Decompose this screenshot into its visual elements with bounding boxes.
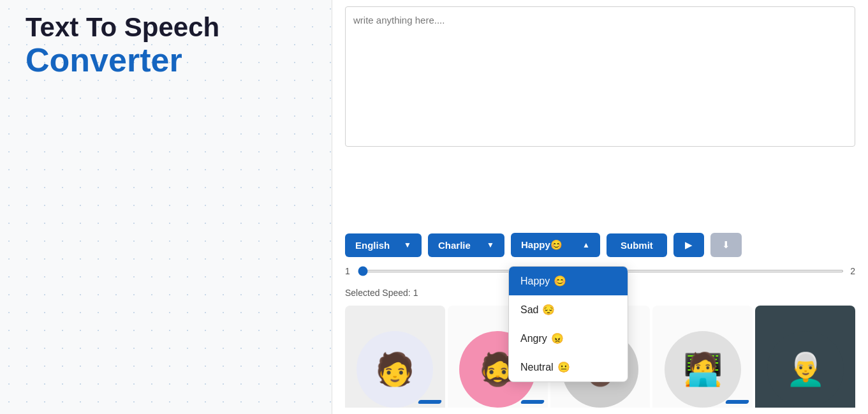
avatar-circle-4: 🧑‍💻 xyxy=(665,331,741,408)
avatar-circle-1: 🧑 xyxy=(357,331,433,408)
sad-emoji: 😔 xyxy=(542,304,555,316)
avatar-card-1[interactable]: 🧑 xyxy=(345,306,445,408)
emotion-dropdown-menu: Happy 😊 Sad 😔 Angry 😠 Neutral 😐 xyxy=(508,266,628,382)
app-title-line1: Text To Speech xyxy=(26,13,306,42)
play-icon: ▶ xyxy=(685,239,693,251)
chevron-down-icon: ▼ xyxy=(404,240,411,249)
emotion-sad-label: Sad xyxy=(520,304,538,316)
arrow-indicator-2 xyxy=(520,400,545,404)
download-icon: ⬇ xyxy=(722,239,730,251)
download-button[interactable]: ⬇ xyxy=(710,233,742,257)
avatar-card-5[interactable]: 👨‍🦳 xyxy=(755,306,855,408)
angry-emoji: 😠 xyxy=(551,332,564,344)
emotion-option-happy[interactable]: Happy 😊 xyxy=(509,267,628,295)
left-panel: Text To Speech Converter xyxy=(0,0,332,414)
emotion-option-angry[interactable]: Angry 😠 xyxy=(509,324,628,353)
emotion-label: Happy😊 xyxy=(521,239,563,251)
speed-min-label: 1 xyxy=(345,266,351,276)
right-panel: English ▼ Charlie ▼ Happy😊 ▲ Submit ▶ ⬇ … xyxy=(332,0,868,414)
neutral-emoji: 😐 xyxy=(557,361,570,373)
emotion-angry-label: Angry xyxy=(520,333,547,344)
voice-dropdown[interactable]: Charlie ▼ xyxy=(428,233,504,257)
chevron-down-icon: ▼ xyxy=(487,240,494,249)
speed-max-label: 2 xyxy=(850,266,855,276)
emotion-option-neutral[interactable]: Neutral 😐 xyxy=(509,353,628,381)
avatar-circle-5: 👨‍🦳 xyxy=(767,331,844,408)
arrow-indicator-4 xyxy=(725,400,749,404)
play-button[interactable]: ▶ xyxy=(673,233,704,257)
emotion-happy-label: Happy xyxy=(520,276,550,287)
app-title-line2: Converter xyxy=(26,42,306,78)
chevron-up-icon: ▲ xyxy=(582,240,590,249)
language-dropdown[interactable]: English ▼ xyxy=(345,233,422,257)
language-label: English xyxy=(355,240,390,251)
emotion-dropdown-btn[interactable]: Happy😊 ▲ xyxy=(511,233,600,257)
arrow-indicator-1 xyxy=(418,400,442,404)
emotion-option-sad[interactable]: Sad 😔 xyxy=(509,295,628,324)
text-input[interactable] xyxy=(345,6,855,147)
avatar-card-4[interactable]: 🧑‍💻 xyxy=(652,306,753,408)
happy-emoji: 😊 xyxy=(554,275,566,287)
submit-button[interactable]: Submit xyxy=(607,233,667,257)
textarea-wrapper xyxy=(345,6,855,225)
controls-row: English ▼ Charlie ▼ Happy😊 ▲ Submit ▶ ⬇ … xyxy=(345,233,855,257)
emotion-neutral-label: Neutral xyxy=(520,362,554,373)
voice-label: Charlie xyxy=(438,240,471,251)
